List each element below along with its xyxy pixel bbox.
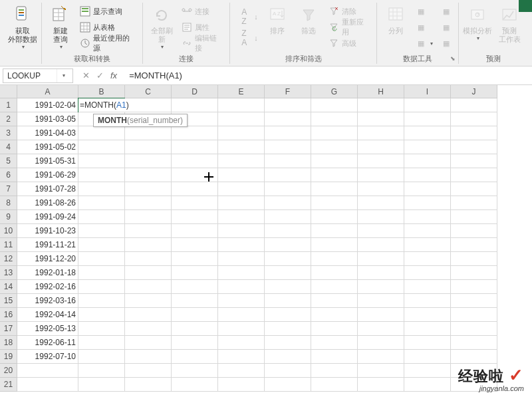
cancel-edit-button[interactable]: ✕ xyxy=(82,70,90,80)
cell[interactable] xyxy=(404,322,451,336)
cell[interactable] xyxy=(265,252,311,266)
cell[interactable] xyxy=(265,336,311,350)
cell[interactable] xyxy=(78,196,125,210)
cell[interactable] xyxy=(265,350,311,364)
cell[interactable] xyxy=(125,266,172,280)
cell[interactable] xyxy=(311,112,358,126)
cell[interactable] xyxy=(265,238,311,252)
cell[interactable] xyxy=(265,126,311,140)
name-box[interactable]: ▾ xyxy=(3,68,73,83)
cell[interactable] xyxy=(358,378,404,392)
cell[interactable] xyxy=(311,140,358,154)
cell[interactable] xyxy=(404,308,451,322)
cell[interactable] xyxy=(218,168,265,182)
column-header[interactable]: D xyxy=(172,85,218,98)
cell[interactable] xyxy=(78,126,125,140)
cell[interactable] xyxy=(404,280,451,294)
cell[interactable] xyxy=(218,126,265,140)
cell[interactable]: 1991-07-28 xyxy=(17,182,78,196)
cell[interactable] xyxy=(358,168,404,182)
cell[interactable] xyxy=(17,378,78,392)
cell[interactable] xyxy=(311,322,358,336)
cell[interactable] xyxy=(125,350,172,364)
row-header[interactable]: 16 xyxy=(0,308,17,322)
cell[interactable] xyxy=(218,154,265,168)
cell[interactable] xyxy=(451,140,497,154)
column-header[interactable]: I xyxy=(404,85,451,98)
cell[interactable] xyxy=(125,154,172,168)
cell[interactable] xyxy=(218,140,265,154)
cell[interactable] xyxy=(218,336,265,350)
cell[interactable] xyxy=(358,308,404,322)
cell[interactable]: 1991-02-04 xyxy=(17,98,78,112)
cell[interactable] xyxy=(125,308,172,322)
cell[interactable] xyxy=(404,364,451,378)
cell[interactable] xyxy=(265,182,311,196)
cell[interactable] xyxy=(218,266,265,280)
cell[interactable]: 1991-03-05 xyxy=(17,112,78,126)
cell[interactable]: =MONTH(A1) xyxy=(78,98,125,112)
cell[interactable]: 1991-10-23 xyxy=(17,224,78,238)
cell[interactable] xyxy=(451,154,497,168)
refresh-all-button[interactable]: 全部刷新 ▾ xyxy=(147,3,176,51)
cell[interactable] xyxy=(404,112,451,126)
cell[interactable] xyxy=(311,280,358,294)
cell[interactable] xyxy=(404,210,451,224)
row-header[interactable]: 2 xyxy=(0,112,17,126)
from-table-button[interactable]: 从表格 xyxy=(77,20,138,35)
advanced-filter-button[interactable]: 高级 xyxy=(326,36,372,51)
cell[interactable] xyxy=(78,210,125,224)
get-external-data-button[interactable]: 获取 外部数据 ▾ xyxy=(8,3,37,51)
cell[interactable] xyxy=(125,196,172,210)
row-header[interactable]: 15 xyxy=(0,294,17,308)
cell[interactable]: 1992-06-11 xyxy=(17,336,78,350)
cell[interactable]: 1991-05-02 xyxy=(17,140,78,154)
cell[interactable] xyxy=(265,154,311,168)
fx-icon[interactable]: fx xyxy=(110,70,117,80)
cell[interactable] xyxy=(451,238,497,252)
cell[interactable] xyxy=(172,154,218,168)
cell[interactable] xyxy=(311,238,358,252)
cell[interactable] xyxy=(218,182,265,196)
cell[interactable] xyxy=(311,266,358,280)
cell[interactable] xyxy=(78,238,125,252)
cell[interactable] xyxy=(358,196,404,210)
cell[interactable] xyxy=(78,140,125,154)
cell[interactable] xyxy=(358,280,404,294)
cell[interactable] xyxy=(451,196,497,210)
cell[interactable] xyxy=(451,126,497,140)
cell[interactable] xyxy=(265,266,311,280)
row-header[interactable]: 14 xyxy=(0,280,17,294)
cell[interactable] xyxy=(358,126,404,140)
cell[interactable] xyxy=(125,280,172,294)
cell[interactable] xyxy=(404,126,451,140)
cell[interactable] xyxy=(358,266,404,280)
cell[interactable] xyxy=(451,308,497,322)
cell[interactable] xyxy=(451,266,497,280)
cell[interactable] xyxy=(404,224,451,238)
cell[interactable]: 1991-06-29 xyxy=(17,168,78,182)
name-box-dropdown[interactable]: ▾ xyxy=(57,69,68,82)
cell[interactable] xyxy=(451,280,497,294)
cell[interactable] xyxy=(218,378,265,392)
cell[interactable]: 1991-09-24 xyxy=(17,210,78,224)
cell[interactable] xyxy=(172,238,218,252)
cell[interactable] xyxy=(404,294,451,308)
properties-button[interactable]: 属性 xyxy=(179,20,226,35)
cell[interactable] xyxy=(311,210,358,224)
filter-button[interactable]: 筛选 xyxy=(295,3,323,51)
cell[interactable] xyxy=(125,168,172,182)
show-queries-button[interactable]: 显示查询 xyxy=(77,4,138,19)
cell[interactable] xyxy=(172,182,218,196)
row-header[interactable]: 6 xyxy=(0,168,17,182)
row-header[interactable]: 1 xyxy=(0,98,17,112)
cell[interactable] xyxy=(358,98,404,112)
cell[interactable] xyxy=(17,364,78,378)
cell[interactable] xyxy=(78,294,125,308)
column-header[interactable]: G xyxy=(311,85,358,98)
cell[interactable] xyxy=(451,294,497,308)
cell[interactable] xyxy=(218,280,265,294)
cell[interactable] xyxy=(451,112,497,126)
cell[interactable] xyxy=(172,308,218,322)
row-header[interactable]: 11 xyxy=(0,238,17,252)
